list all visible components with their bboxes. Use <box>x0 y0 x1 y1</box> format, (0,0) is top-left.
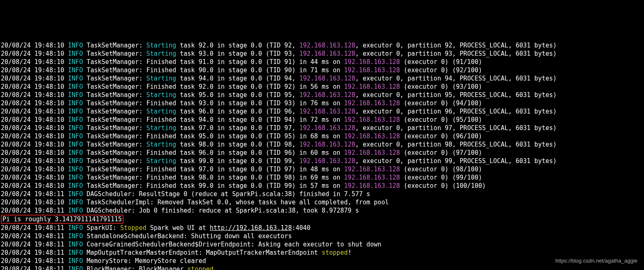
log-segment: 20/08/24 19:48:10 <box>1 99 68 107</box>
log-segment: 192.168.163.128 <box>344 149 400 156</box>
log-segment: TaskSetManager: Finished task 90.0 in st… <box>83 66 344 74</box>
log-line: 20/08/24 19:48:10 INFO TaskSetManager: S… <box>1 91 643 99</box>
log-segment: TaskSetManager: Finished task 99.0 in st… <box>83 182 344 189</box>
log-segment: 192.168.163.128 <box>299 75 355 82</box>
log-segment: , executor 0, partition 95, PROCESS_LOCA… <box>355 91 557 99</box>
log-segment: INFO <box>68 174 83 181</box>
log-segment: 20/08/24 19:48:11 <box>1 207 68 214</box>
log-segment: 192.168.163.128 <box>299 141 355 148</box>
log-line: 20/08/24 19:48:10 INFO TaskSetManager: S… <box>1 124 643 132</box>
log-segment: 20/08/24 19:48:10 <box>1 58 68 66</box>
log-line: 20/08/24 19:48:10 INFO TaskSetManager: F… <box>1 182 643 190</box>
log-segment: 20/08/24 19:48:10 <box>1 157 68 165</box>
log-segment: Starting <box>146 50 176 57</box>
log-segment: (executor 0) (94/100) <box>400 99 482 107</box>
log-line: 20/08/24 19:48:10 INFO TaskSetManager: F… <box>1 99 643 107</box>
log-line: 20/08/24 19:48:11 INFO SparkUI: Stopped … <box>1 224 643 232</box>
log-segment: stopped <box>188 265 214 270</box>
log-line: 20/08/24 19:48:11 INFO CoarseGrainedSche… <box>1 240 643 249</box>
log-line: 20/08/24 19:48:11 INFO DAGScheduler: Job… <box>1 206 643 215</box>
log-segment: Starting <box>146 157 176 165</box>
log-segment: task 94.0 in stage 0.0 (TID 94, <box>176 75 299 82</box>
log-segment: , executor 0, partition 98, PROCESS_LOCA… <box>355 141 557 148</box>
log-segment: 20/08/24 19:48:10 <box>1 66 68 74</box>
log-segment: task 93.0 in stage 0.0 (TID 93, <box>176 50 299 57</box>
log-segment: 20/08/24 19:48:10 <box>1 141 68 148</box>
log-segment: INFO <box>68 232 83 240</box>
log-segment: :4040 <box>292 224 310 232</box>
log-segment: INFO <box>68 166 83 173</box>
log-segment: , executor 0, partition 94, PROCESS_LOCA… <box>355 75 557 82</box>
log-segment: TaskSetManager: <box>83 50 147 57</box>
log-segment: INFO <box>68 182 83 189</box>
log-segment: 20/08/24 19:48:11 <box>1 249 68 256</box>
log-segment: INFO <box>68 116 83 123</box>
log-segment: TaskSetManager: Finished task 93.0 in st… <box>83 99 344 107</box>
log-segment: 20/08/24 19:48:10 <box>1 75 68 82</box>
log-segment: 192.168.163.128 <box>344 166 400 173</box>
log-segment: Starting <box>146 91 176 99</box>
log-segment: INFO <box>68 149 83 156</box>
log-line: Pi is roughly 3.1417911141791115 <box>1 215 643 224</box>
log-segment: TaskSetManager: Finished task 97.0 in st… <box>83 166 344 173</box>
log-segment: SparkUI: <box>83 224 120 232</box>
log-segment: Pi is roughly 3.1417911141791115 <box>1 215 124 224</box>
log-line: 20/08/24 19:48:10 INFO TaskSetManager: F… <box>1 58 643 66</box>
log-segment: INFO <box>68 133 83 140</box>
log-segment: 192.168.163.128 <box>299 108 355 115</box>
terminal-output[interactable]: 20/08/24 19:48:10 INFO TaskSetManager: S… <box>0 41 644 270</box>
log-segment: , executor 0, partition 97, PROCESS_LOCA… <box>355 124 557 132</box>
log-line: 20/08/24 19:48:10 INFO TaskSetManager: F… <box>1 149 643 157</box>
log-segment: (executor 0) (92/100) <box>400 66 482 74</box>
log-segment: DAGScheduler: Job 0 finished: reduce at … <box>83 207 359 214</box>
log-segment: TaskSetManager: <box>83 141 147 148</box>
log-line: 20/08/24 19:48:10 INFO TaskSetManager: F… <box>1 116 643 124</box>
log-segment: 20/08/24 19:48:10 <box>1 149 68 156</box>
log-segment: TaskSchedulerImpl: Removed TaskSet 0.0, … <box>83 199 389 206</box>
log-segment: 20/08/24 19:48:11 <box>1 241 68 248</box>
log-line: 20/08/24 19:48:10 INFO TaskSetManager: S… <box>1 50 643 58</box>
log-segment: 192.168.163.128 <box>344 66 400 74</box>
log-segment: 20/08/24 19:48:10 <box>1 199 68 206</box>
log-segment: INFO <box>68 207 83 214</box>
log-segment: MapOutputTrackerMasterEndpoint: MapOutpu… <box>83 249 322 256</box>
log-segment: 192.168.163.128 <box>344 182 400 189</box>
log-line: 20/08/24 19:48:10 INFO TaskSetManager: S… <box>1 157 643 165</box>
log-segment: MemoryStore: MemoryStore cleared <box>83 257 206 265</box>
log-line: 20/08/24 19:48:10 INFO TaskSetManager: S… <box>1 107 643 116</box>
log-segment: task 92.0 in stage 0.0 (TID 92, <box>176 42 299 49</box>
log-line: 20/08/24 19:48:10 INFO TaskSetManager: S… <box>1 140 643 149</box>
log-segment: 192.168.163.128 <box>344 99 400 107</box>
log-line: 20/08/24 19:48:10 INFO TaskSetManager: S… <box>1 74 643 83</box>
log-segment: Starting <box>146 42 176 49</box>
log-segment: task 96.0 in stage 0.0 (TID 96, <box>176 108 299 115</box>
log-segment: task 99.0 in stage 0.0 (TID 99, <box>176 157 299 165</box>
log-segment: 20/08/24 19:48:10 <box>1 174 68 181</box>
log-segment: 192.168.163.128 <box>299 124 355 132</box>
log-segment: INFO <box>68 75 83 82</box>
log-line: 20/08/24 19:48:10 INFO TaskSetManager: F… <box>1 165 643 173</box>
log-line: 20/08/24 19:48:10 INFO TaskSetManager: F… <box>1 132 643 140</box>
log-segment: INFO <box>68 91 83 99</box>
log-segment: TaskSetManager: <box>83 42 147 49</box>
log-segment: TaskSetManager: <box>83 75 147 82</box>
log-segment: 20/08/24 19:48:11 <box>1 224 68 232</box>
log-segment: 192.168.163.128 <box>344 58 400 66</box>
log-line: 20/08/24 19:48:10 INFO TaskSetManager: F… <box>1 66 643 74</box>
log-segment: INFO <box>68 99 83 107</box>
log-segment: TaskSetManager: Finished task 94.0 in st… <box>83 116 344 123</box>
log-segment: 20/08/24 19:48:10 <box>1 91 68 99</box>
log-segment: (executor 0) (98/100) <box>400 166 482 173</box>
log-segment: Stopped <box>120 224 146 232</box>
log-segment: 192.168.163.128 <box>299 42 355 49</box>
log-segment: TaskSetManager: Finished task 92.0 in st… <box>83 83 344 90</box>
log-segment: INFO <box>68 199 83 206</box>
log-segment: task 97.0 in stage 0.0 (TID 97, <box>176 124 299 132</box>
log-segment: , executor 0, partition 96, PROCESS_LOCA… <box>355 108 557 115</box>
log-segment: http://192.168.163.128 <box>210 224 292 232</box>
log-line: 20/08/24 19:48:10 INFO TaskSetManager: F… <box>1 173 643 182</box>
log-segment: (executor 0) (95/100) <box>400 116 482 123</box>
log-segment: 20/08/24 19:48:11 <box>1 232 68 240</box>
log-segment: (executor 0) (91/100) <box>400 58 482 66</box>
log-segment: stopped <box>322 249 348 256</box>
